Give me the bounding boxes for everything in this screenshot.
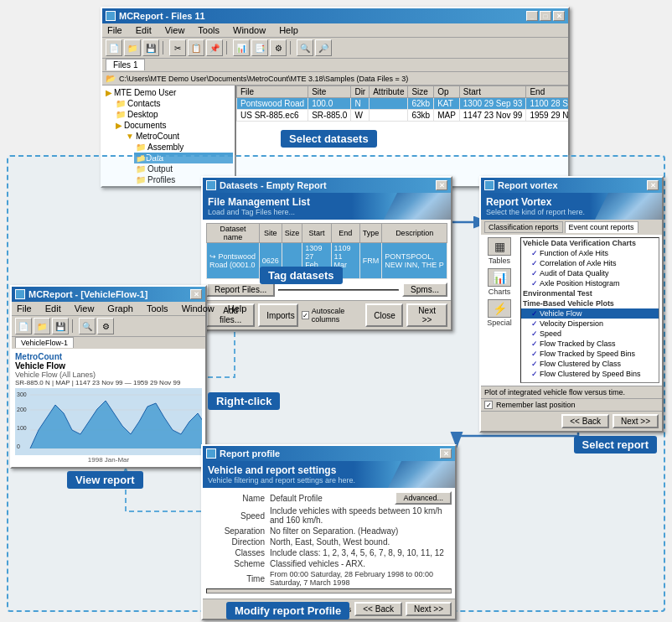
menu-help[interactable]: Help [277, 24, 300, 36]
cell-site: SR-885.0 [308, 110, 351, 122]
col-site[interactable]: Site [308, 86, 351, 98]
tb-report[interactable]: 📑 [251, 39, 268, 56]
col-op[interactable]: Op [434, 86, 460, 98]
vf-menu-view[interactable]: View [73, 303, 96, 314]
minimize-button[interactable]: _ [526, 11, 538, 21]
vf-menu-tools[interactable]: Tools [145, 303, 170, 314]
vf-chart-svg: 300 200 100 0 [15, 388, 202, 455]
report-files-button[interactable]: Report Files... [206, 282, 275, 297]
rp-close[interactable]: ✕ [440, 448, 452, 459]
menu-edit[interactable]: Edit [134, 24, 153, 36]
col-file[interactable]: File [237, 86, 308, 98]
close-button[interactable]: ✕ [553, 11, 565, 21]
tree-label: Assembly [147, 143, 184, 152]
menu-window[interactable]: Window [231, 24, 267, 36]
vortex-tabs: Classification reports Event count repor… [481, 220, 662, 235]
td-close[interactable]: ✕ [436, 180, 447, 190]
vf-menu-help[interactable]: Help [226, 303, 249, 314]
maximize-button[interactable]: □ [540, 11, 551, 21]
col-start[interactable]: Start [459, 86, 526, 98]
vortex-item-vel-disp[interactable]: Velocity Dispersion [521, 319, 659, 329]
tb-paste[interactable]: 📌 [206, 39, 223, 56]
tb-cut[interactable]: ✂ [169, 39, 186, 56]
vortex-item-flow-class[interactable]: Flow Tracked by Class [521, 339, 659, 349]
vortex-item-axle-pos[interactable]: Axle Position Histogram [521, 278, 659, 288]
vortex-item-flow-clust-speed[interactable]: Flow Clustered by Speed Bins [521, 369, 659, 379]
vf-tb-1[interactable]: 📄 [15, 318, 32, 334]
vf-menu-graph[interactable]: Graph [106, 303, 135, 314]
table-row[interactable]: US SR-885.ec6 SR-885.0 W 63kb MAP 1147 2… [237, 110, 569, 122]
vortex-item-speed[interactable]: Speed [521, 329, 659, 339]
tb-open[interactable]: 📁 [124, 39, 141, 56]
tables-icon[interactable]: ▦ [488, 237, 511, 256]
rp-banner-image [388, 461, 455, 488]
vf-tb-3[interactable]: 💾 [52, 318, 69, 334]
next-button[interactable]: Next >> [406, 303, 447, 327]
col-size[interactable]: Size [408, 86, 434, 98]
vortex-item-flow-speed[interactable]: Flow Tracked by Speed Bins [521, 349, 659, 359]
vortex-item-correlation[interactable]: Correlation of Axle Hits [521, 258, 659, 268]
vortex-back-button[interactable]: << Back [561, 414, 609, 428]
vf-menu-file[interactable]: File [15, 303, 34, 314]
col-dir[interactable]: Dir [351, 86, 370, 98]
close-button[interactable]: Close [365, 303, 403, 327]
menu-file[interactable]: File [106, 24, 124, 36]
spms-button[interactable]: Spms... [402, 282, 447, 297]
remember-check-icon[interactable]: ✓ [484, 401, 493, 409]
rp-advanced-button[interactable]: Advanced... [395, 491, 452, 505]
rp-banner: Vehicle and report settings Vehicle filt… [203, 461, 455, 488]
vehicle-flow-window: MCReport - [VehicleFlow-1] ✕ File Edit V… [10, 285, 207, 469]
vf-close[interactable]: ✕ [190, 289, 202, 299]
vortex-close[interactable]: ✕ [647, 180, 659, 190]
imports-button[interactable]: Imports [258, 303, 297, 327]
vortex-banner-title: Report Vortex [486, 196, 585, 208]
select-report-label: Select report [574, 436, 657, 454]
rp-back-button[interactable]: << Back [354, 602, 402, 616]
vf-menu-window[interactable]: Window [180, 303, 216, 314]
vortex-next-button[interactable]: Next >> [613, 414, 659, 428]
tree-contacts[interactable]: 📁Contacts [114, 98, 233, 109]
menu-tools[interactable]: Tools [196, 24, 221, 36]
rp-next-button[interactable]: Next >> [406, 602, 452, 616]
col-attr[interactable]: Attribute [370, 86, 408, 98]
tb-copy[interactable]: 📋 [188, 39, 204, 56]
svg-text:300: 300 [17, 391, 27, 397]
col-end[interactable]: End [526, 86, 568, 98]
tree-assembly[interactable]: 📁Assembly [134, 142, 233, 153]
vf-menubar: File Edit View Graph Tools Window Help [12, 302, 205, 316]
vortex-tree: Vehicle Data Verification Charts Functio… [520, 237, 659, 383]
vortex-item-axle-hits[interactable]: Function of Axle Hits [521, 248, 659, 258]
tree-metrocount[interactable]: ▼MetroCount [124, 131, 233, 142]
tb-zoom-in[interactable]: 🔍 [297, 39, 313, 56]
tree-desktop[interactable]: 📁Desktop [114, 109, 233, 120]
remember-label: Remember last position [496, 401, 576, 409]
cell-op: KAT [434, 98, 460, 110]
vortex-group-env: Environmental Test [521, 288, 659, 298]
special-icon[interactable]: ⚡ [488, 299, 511, 318]
tb-new[interactable]: 📄 [106, 39, 122, 56]
vf-icon [15, 289, 25, 299]
tb-settings[interactable]: ⚙ [270, 39, 287, 56]
tb-zoom-out[interactable]: 🔎 [315, 39, 332, 56]
table-row[interactable]: Pontswood Road 100.0 N 62kb KAT 1300 29 … [237, 98, 569, 110]
tb-chart[interactable]: 📊 [233, 39, 250, 56]
vortex-item-vehicle-flow[interactable]: Vehicle Flow [521, 308, 659, 319]
vf-tb-2[interactable]: 📁 [34, 318, 50, 334]
charts-icon[interactable]: 📊 [488, 268, 511, 287]
vf-tb-4[interactable]: 🔍 [79, 318, 96, 334]
vortex-item-flow-clust-class[interactable]: Flow Clustered by Class [521, 359, 659, 369]
tab-event-count[interactable]: Event count reports [565, 221, 638, 233]
autoscale-checkbox[interactable]: ✓ Autoscale columns [302, 303, 363, 327]
rp-scrollbar[interactable] [206, 588, 452, 593]
tb-save[interactable]: 💾 [142, 39, 159, 56]
vf-tab[interactable]: VehicleFlow-1 [15, 337, 74, 348]
col-dataset-type: Type [359, 224, 382, 243]
vf-menu-edit[interactable]: Edit [44, 303, 63, 314]
vortex-item-data-quality[interactable]: Audit of Data Quality [521, 268, 659, 278]
menu-view[interactable]: View [163, 24, 187, 36]
tree-documents[interactable]: ▶Documents [114, 120, 233, 131]
files-tab[interactable]: Files 1 [106, 59, 145, 70]
tab-classification[interactable]: Classification reports [484, 221, 563, 233]
tree-mte-demo-user[interactable]: ▶MTE Demo User [104, 87, 233, 98]
vf-tb-5[interactable]: ⚙ [97, 318, 114, 334]
